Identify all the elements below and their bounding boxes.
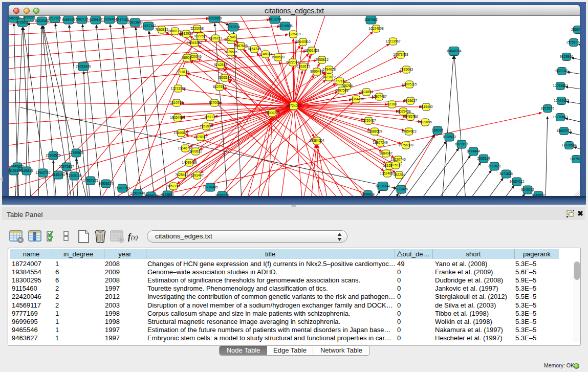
svg-text:18120746: 18120746 [390, 158, 406, 161]
svg-text:9245652: 9245652 [521, 188, 534, 191]
svg-text:9463627: 9463627 [404, 99, 417, 102]
svg-text:13325419: 13325419 [286, 32, 301, 36]
svg-text:12444153: 12444153 [554, 99, 569, 102]
svg-text:16154808: 16154808 [368, 27, 384, 30]
svg-text:29053346: 29053346 [76, 64, 91, 68]
svg-text:9115460: 9115460 [420, 105, 433, 108]
svg-text:7632621: 7632621 [488, 164, 501, 168]
svg-text:9327503: 9327503 [194, 34, 207, 38]
svg-text:16210643: 16210643 [553, 115, 568, 119]
svg-text:8322037: 8322037 [286, 60, 299, 64]
svg-text:164095: 164095 [432, 128, 443, 132]
svg-text:15751074: 15751074 [566, 40, 580, 44]
svg-text:13524851: 13524851 [380, 171, 395, 175]
svg-text:10807487: 10807487 [372, 95, 387, 98]
svg-text:15300275: 15300275 [265, 111, 280, 115]
svg-text:8878352: 8878352 [194, 135, 207, 139]
svg-text:5226058: 5226058 [190, 27, 204, 30]
svg-text:12975115: 12975115 [402, 82, 417, 86]
svg-text:9146821: 9146821 [259, 52, 272, 56]
svg-text:15157347: 15157347 [141, 24, 156, 28]
svg-text:1588520: 1588520 [271, 55, 285, 59]
svg-text:12213967: 12213967 [385, 39, 401, 43]
svg-text:16648784: 16648784 [446, 49, 462, 53]
svg-text:14136141: 14136141 [375, 184, 390, 188]
svg-text:2087682: 2087682 [364, 18, 378, 21]
svg-text:1167533: 1167533 [570, 157, 580, 161]
svg-text:3824554: 3824554 [360, 90, 373, 94]
svg-text:4439167: 4439167 [89, 18, 102, 21]
svg-text:6794028: 6794028 [322, 68, 336, 71]
svg-text:1621072: 1621072 [322, 75, 336, 79]
svg-text:19654985: 19654985 [170, 116, 185, 119]
svg-text:10025438: 10025438 [396, 110, 411, 113]
svg-text:9445652: 9445652 [532, 193, 545, 196]
svg-text:17359924: 17359924 [69, 151, 84, 155]
svg-text:20364436: 20364436 [349, 97, 364, 101]
svg-text:1810755: 1810755 [170, 101, 183, 104]
svg-text:20206575: 20206575 [46, 154, 61, 157]
svg-text:3267130: 3267130 [204, 115, 217, 119]
svg-text:12942757: 12942757 [35, 171, 51, 174]
svg-text:7955812: 7955812 [315, 58, 329, 61]
svg-text:10973493: 10973493 [393, 53, 408, 56]
svg-text:1353594: 1353594 [200, 124, 213, 128]
svg-text:19299464: 19299464 [102, 17, 117, 21]
svg-text:3493822: 3493822 [189, 149, 202, 153]
svg-text:12505135: 12505135 [67, 174, 82, 178]
svg-text:8336273: 8336273 [215, 193, 229, 196]
svg-text:8912954: 8912954 [180, 32, 193, 35]
svg-text:3875685: 3875685 [224, 50, 237, 54]
svg-text:(x): (x) [131, 234, 138, 241]
svg-text:8454749: 8454749 [248, 47, 261, 51]
svg-text:1362615: 1362615 [297, 64, 310, 68]
svg-text:7663822: 7663822 [155, 28, 168, 31]
svg-text:12213389: 12213389 [170, 86, 186, 90]
svg-text:9217207: 9217207 [48, 16, 61, 20]
svg-text:8806804: 8806804 [361, 192, 375, 196]
svg-text:5682115: 5682115 [75, 17, 89, 21]
svg-text:1815112: 1815112 [389, 163, 402, 167]
svg-text:10958107: 10958107 [98, 182, 114, 185]
svg-text:8990448: 8990448 [310, 70, 323, 73]
svg-text:2967608: 2967608 [234, 44, 248, 48]
svg-text:23975857: 23975857 [59, 165, 74, 168]
svg-text:15692971: 15692971 [556, 129, 572, 133]
svg-text:16033809: 16033809 [207, 16, 222, 20]
svg-text:9227343: 9227343 [555, 69, 569, 73]
svg-text:20813640: 20813640 [127, 20, 143, 24]
svg-text:18724007: 18724007 [286, 104, 301, 107]
svg-text:6879197: 6879197 [455, 142, 468, 146]
svg-text:7625402: 7625402 [175, 173, 188, 177]
svg-text:10228452: 10228452 [34, 19, 50, 23]
svg-text:17016504: 17016504 [561, 143, 577, 147]
svg-text:9884067: 9884067 [379, 151, 393, 155]
svg-text:9474444: 9474444 [467, 149, 480, 153]
svg-text:17957225: 17957225 [83, 179, 98, 182]
svg-text:62160: 62160 [387, 102, 397, 106]
svg-text:13716485: 13716485 [203, 185, 218, 189]
svg-text:16543362: 16543362 [187, 41, 202, 45]
svg-text:12923448: 12923448 [130, 191, 145, 195]
svg-text:16782759: 16782759 [115, 186, 130, 190]
svg-text:9857791: 9857791 [167, 184, 180, 188]
svg-text:19218506: 19218506 [277, 24, 293, 28]
svg-text:1733426: 1733426 [395, 187, 408, 191]
svg-text:19166827: 19166827 [173, 131, 189, 135]
svg-text:1156819: 1156819 [20, 169, 33, 172]
svg-text:2803144: 2803144 [218, 76, 231, 79]
svg-text:18807249: 18807249 [373, 141, 388, 144]
svg-text:8186323: 8186323 [209, 36, 222, 40]
svg-text:9129966: 9129966 [560, 55, 573, 58]
svg-text:8489709: 8489709 [62, 18, 75, 21]
svg-text:546: 546 [230, 35, 235, 39]
svg-text:8427552: 8427552 [213, 85, 226, 89]
svg-text:15495786: 15495786 [403, 115, 418, 118]
svg-text:8813054: 8813054 [268, 17, 281, 21]
svg-text:2066449: 2066449 [571, 28, 580, 31]
svg-text:8471626: 8471626 [499, 172, 513, 176]
svg-text:1999828: 1999828 [144, 194, 158, 196]
svg-text:0699695: 0699695 [419, 120, 432, 124]
svg-text:10654112: 10654112 [510, 180, 525, 183]
svg-text:817006: 817006 [209, 101, 220, 104]
